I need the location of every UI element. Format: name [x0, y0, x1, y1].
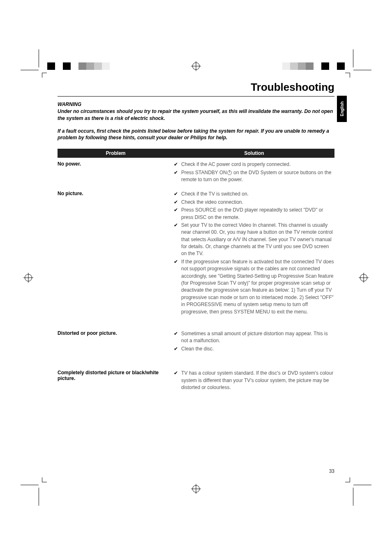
header-solution: Solution — [174, 149, 334, 158]
table-row: No picture. Check if the TV is switched … — [58, 187, 334, 320]
warning-heading: WARNING — [58, 101, 334, 107]
divider — [58, 96, 334, 97]
crop-mark — [353, 488, 353, 506]
problem-label: No picture. — [58, 191, 174, 316]
solution-cell: Check if the TV is switched on. Check th… — [174, 191, 334, 316]
crop-mark — [353, 485, 371, 485]
solution-item: Clean the disc. — [174, 345, 334, 352]
crop-mark — [39, 488, 39, 506]
table-header: Problem Solution — [58, 149, 334, 158]
solution-item: Press SOURCE on the DVD player repeatedl… — [174, 207, 334, 221]
solution-item: Check if the TV is switched on. — [174, 191, 334, 198]
content-area: Troubleshooting English WARNING Under no… — [58, 81, 334, 474]
solution-item: Sometimes a small amount of picture dist… — [174, 330, 334, 345]
solution-cell: Check if the AC power cord is properly c… — [174, 161, 334, 184]
crop-mark — [353, 49, 353, 67]
solution-cell: Sometimes a small amount of picture dist… — [174, 330, 334, 353]
registration-mark-icon — [192, 485, 200, 493]
power-icon — [227, 170, 232, 175]
page: Troubleshooting English WARNING Under no… — [0, 0, 392, 555]
solution-item: Check if the AC power cord is properly c… — [174, 161, 334, 168]
page-title: Troubleshooting — [58, 81, 334, 96]
warning-text: If a fault occurs, first check the point… — [58, 128, 334, 142]
solution-item: Set your TV to the correct Video In chan… — [174, 222, 334, 258]
calibration-bars — [47, 62, 110, 70]
solution-item: If the progressive scan feature is activ… — [174, 258, 334, 315]
crop-mark — [21, 70, 39, 70]
registration-mark-icon — [192, 62, 200, 70]
registration-mark-icon — [360, 274, 367, 281]
solution-cell: TV has a colour system standard. If the … — [174, 370, 334, 392]
problem-label: No power. — [58, 161, 174, 184]
solution-item: TV has a colour system standard. If the … — [174, 370, 334, 391]
table-row: Distorted or poor picture. Sometimes a s… — [58, 327, 334, 357]
crop-mark — [42, 73, 47, 78]
crop-mark — [21, 485, 39, 485]
warning-text: Under no circumstances should you try to… — [58, 108, 334, 122]
page-number: 33 — [329, 468, 334, 474]
table-row: No power. Check if the AC power cord is … — [58, 158, 334, 187]
registration-mark-icon — [25, 274, 32, 281]
problem-label: Distorted or poor picture. — [58, 330, 174, 353]
crop-mark — [345, 73, 350, 78]
problem-label: Completely distorted picture or black/wh… — [58, 370, 174, 392]
calibration-bars — [282, 62, 345, 70]
crop-mark — [345, 477, 350, 482]
solution-item: Check the video connection. — [174, 199, 334, 206]
crop-mark — [39, 49, 39, 67]
crop-mark — [353, 70, 371, 70]
solution-item: Press STANDBY ON on the DVD System or so… — [174, 169, 334, 184]
troubleshooting-table: Problem Solution No power. Check if the … — [58, 149, 334, 395]
language-tab: English — [337, 96, 347, 122]
header-problem: Problem — [58, 149, 174, 158]
table-row: Completely distorted picture or black/wh… — [58, 366, 334, 395]
crop-mark — [42, 477, 47, 482]
